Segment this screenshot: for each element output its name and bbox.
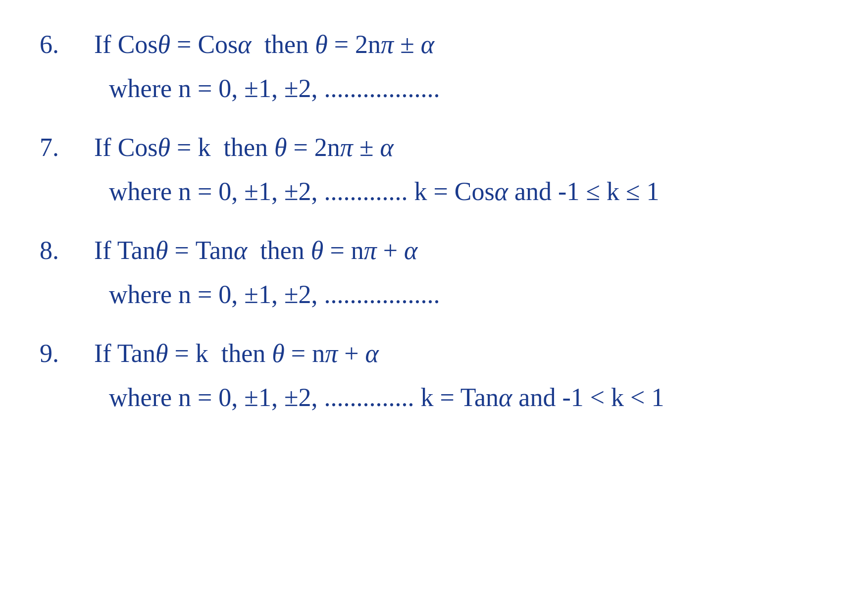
item-8-formula: If Tanθ = Tanα then θ = nπ + α xyxy=(94,236,417,265)
item-6-where-text: where n = 0, ±1, ±2, .................. xyxy=(109,74,440,103)
item-6: 6. If Cosθ = Cosα then θ = 2nπ ± α where… xyxy=(40,30,825,103)
item-8-main-row: 8. If Tanθ = Tanα then θ = nπ + α xyxy=(40,236,825,265)
item-8: 8. If Tanθ = Tanα then θ = nπ + α where … xyxy=(40,236,825,309)
item-9: 9. If Tanθ = k then θ = nπ + α where n =… xyxy=(40,339,825,412)
item-8-where-text: where n = 0, ±1, ±2, .................. xyxy=(109,280,440,309)
item-9-formula: If Tanθ = k then θ = nπ + α xyxy=(94,339,379,368)
item-7-where-text: where n = 0, ±1, ±2, ............. k = C… xyxy=(109,177,659,206)
item-6-number: 6. xyxy=(40,30,94,59)
item-7: 7. If Cosθ = k then θ = 2nπ ± α where n … xyxy=(40,133,825,206)
item-7-number: 7. xyxy=(40,133,94,162)
math-content: 6. If Cosθ = Cosα then θ = 2nπ ± α where… xyxy=(40,30,825,412)
item-9-where: where n = 0, ±1, ±2, .............. k = … xyxy=(109,383,825,412)
item-8-number: 8. xyxy=(40,236,94,265)
item-7-formula: If Cosθ = k then θ = 2nπ ± α xyxy=(94,133,394,162)
item-6-where: where n = 0, ±1, ±2, .................. xyxy=(109,74,825,103)
item-9-where-text: where n = 0, ±1, ±2, .............. k = … xyxy=(109,383,664,412)
item-6-formula: If Cosθ = Cosα then θ = 2nπ ± α xyxy=(94,30,434,59)
item-7-main-row: 7. If Cosθ = k then θ = 2nπ ± α xyxy=(40,133,825,162)
item-8-where: where n = 0, ±1, ±2, .................. xyxy=(109,280,825,309)
item-7-where: where n = 0, ±1, ±2, ............. k = C… xyxy=(109,177,825,206)
item-6-main-row: 6. If Cosθ = Cosα then θ = 2nπ ± α xyxy=(40,30,825,59)
item-9-number: 9. xyxy=(40,339,94,368)
item-9-main-row: 9. If Tanθ = k then θ = nπ + α xyxy=(40,339,825,368)
